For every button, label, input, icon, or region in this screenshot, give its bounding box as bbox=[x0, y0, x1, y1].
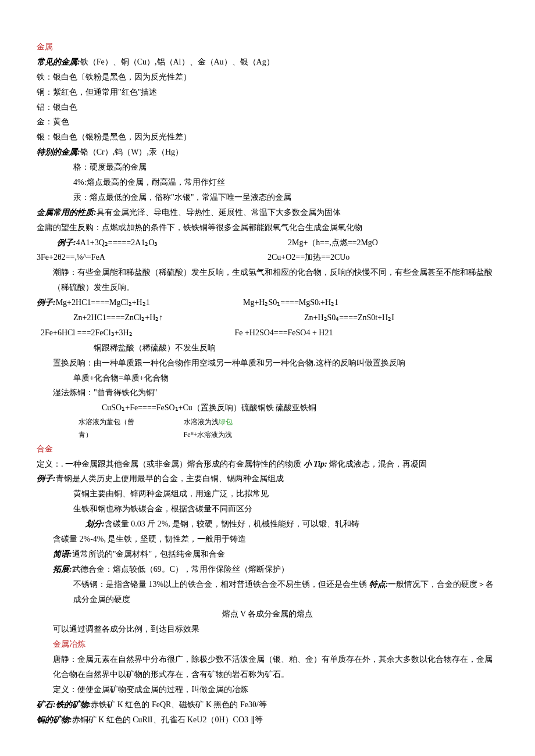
line-smelt-intro: 唐静：金属元素在自然界中分布很广，除极少数不活泼金属（银、粕、金）有单质存在外，… bbox=[37, 652, 498, 682]
line-stainless: 不锈钢：是指含铬量 13%以上的铁合金，相对普通铁合金不易生锈，但还是会生锈 特… bbox=[37, 577, 498, 607]
line-copper-ore: 锔的矿物:赤铜矿 K 红色的 CuRlI、孔雀石 KeU2（0H）CO3 ∥等 bbox=[37, 712, 498, 728]
eq-al-o2: 4A1+3Q₂=====2A1₂O₃ bbox=[76, 238, 158, 247]
line-common-metals: 常见的金属:铁（Fe）、铜（Cu）,铝（Al）、金（Au）、银（Ag） bbox=[37, 55, 498, 70]
label-copper-ore: 锔的矿物: bbox=[37, 715, 72, 724]
label-properties: 金属常用的性质: bbox=[37, 208, 97, 217]
row-equation-5: 2Fe+6HCl ===2FeCl₃+3H₂ Fe +H2SO4===FeSO4… bbox=[37, 325, 498, 341]
line-silver: 银：银白色（银粉是黑色，因为反光性差） bbox=[37, 130, 498, 145]
text-brief: 通常所说的"金属材料"，包括纯金属和合金 bbox=[72, 550, 225, 558]
label-tip: 小 Tip: bbox=[304, 460, 327, 468]
line-divide: 划分:含碳量 0.03 斤 2%, 是钢，较硬，韧性好，机械性能好，可以锻、轧和… bbox=[37, 517, 498, 532]
row-equation-4: Zn+2HC1====ZnCl₂+H₂↑ Zn+H₂S0₄====ZnS0t+H… bbox=[37, 310, 498, 325]
line-alloy-def: 定义：. 一种金属跟其他金属（或非金属）熔合形成的有金属特性的的物质 小 Tip… bbox=[37, 457, 498, 472]
line-gold: 金：黄色 bbox=[37, 114, 498, 130]
line-displacement-eq: 单质+化合物=单质+化合物 bbox=[37, 371, 498, 386]
line-wet-eq: CuSO₁+Fe====FeSO₁+Cu（置换反响）硫酸铜铁 硫酸亚铁铜 bbox=[37, 400, 498, 415]
eq-mg-hcl: Mg+2HC1====MgCl₂+H₂1 bbox=[56, 298, 150, 307]
line-special-metals: 特别的金属:铬（Cr）,钨（W）,汞（Hg） bbox=[37, 145, 498, 160]
section-title-alloy: 合金 bbox=[37, 442, 498, 457]
text-expand: 武德合金：熔点较低（69。C），常用作保险丝（熔断保护） bbox=[72, 565, 289, 574]
line-pig-iron: 含碳量 2%-4%, 是生铁，坚硬，韧性差，一般用于铸造 bbox=[37, 532, 498, 547]
line-iron: 铁：银白色〔铁粉是黑色，因为反光性差） bbox=[37, 70, 498, 85]
line-brass: 黄铜主要由铜、锌两种金属组成，用途广泛，比拟常见 bbox=[37, 486, 498, 501]
line-alloy-example: 例子:青钢是人类历史上使用最早的合金，主要白铜、锡两种金属组成 bbox=[37, 471, 498, 486]
text-common: 铁（Fe）、铜（Cu）,铝（Al）、金（Au）、银（Ag） bbox=[80, 58, 274, 66]
line-acid-desc: 潮静：有些金属能和稀盐酸（稀硫酸）发生反响，生成氢气和相应的化合物，反响的快慢不… bbox=[37, 265, 498, 295]
label-example-2: 例子: bbox=[37, 298, 56, 307]
text-iron-ore: 赤铁矿 K 红色的 FeQR、磁铁矿 K 黑色的 Fe3θ/等 bbox=[91, 700, 266, 709]
text-copper-ore: 赤铜矿 K 红色的 CuRlI、孔雀石 KeU2（0H）CO3 ∥等 bbox=[72, 715, 263, 724]
eq-fe-hcl: 2Fe+6HCl ===2FeCl₃+3H₂ bbox=[37, 325, 234, 341]
text-special: 铬（Cr）,钨（W）,汞（Hg） bbox=[80, 148, 183, 156]
line-expand: 拓展:武德合金：熔点较低（69。C），常用作保险丝（熔断保护） bbox=[37, 562, 498, 577]
line-wet-smelt: 湿法炼铜："曾青得铁化为铜" bbox=[37, 385, 498, 400]
line-adjust: 可以通过调整各成分比例，到达目标效果 bbox=[37, 622, 498, 637]
line-chromium: 格：硬度最高的金属 bbox=[37, 160, 498, 175]
line-mercury: 汞：熔点最低的金属，俗称"水银"，常温下唯一呈液态的金属 bbox=[37, 190, 498, 205]
label-special: 特别的金属: bbox=[37, 148, 80, 156]
label-feature: 特点: bbox=[369, 580, 388, 589]
row-equation-2: 3Fe+2θ2==,⅛^=FeA 2Cu+O2==加热==2CUo bbox=[37, 250, 498, 265]
line-copper: 铜：紫红色，但通常用"红色"描述 bbox=[37, 85, 498, 100]
wet-col2-green: 绿包 bbox=[219, 418, 233, 426]
text-alloy-def: 定义：. 一种金属跟其他金属（或非金属）熔合形成的有金属特性的的物质 bbox=[37, 460, 304, 468]
eq-zn-h2so4: Zn+H₂S0₄====ZnS0t+H₂I bbox=[304, 310, 498, 325]
text-divide: 含碳量 0.03 斤 2%, 是钢，较硬，韧性好，机械性能好，可以锻、轧和铸 bbox=[105, 519, 360, 528]
line-iron-ore: 矿石:铁的矿物:赤铁矿 K 红色的 FeQR、磁铁矿 K 黑色的 Fe3θ/等 bbox=[37, 697, 498, 712]
line-combustion: 金庸的望生反购：点燃或加热的条件下，铁铁铜等很多金属都能跟氧气化合生成金属氧化物 bbox=[37, 220, 498, 235]
text-stainless: 不锈钢：是指含铬量 13%以上的铁合金，相对普通铁合金不易生锈，但还是会生锈 bbox=[73, 580, 369, 589]
text-tip: 熔化成液态，混合，再凝固 bbox=[327, 460, 427, 468]
label-expand: 拓展: bbox=[53, 565, 72, 574]
wet-col1-a: 水溶液为蓳包（曾 bbox=[79, 415, 184, 428]
eq-mg-o2: 2Mg+（h==,点燃==2MgO bbox=[288, 235, 498, 250]
eq-zn-hcl: Zn+2HC1====ZnCl₂+H₂↑ bbox=[37, 310, 304, 325]
label-example-3: 例子: bbox=[37, 474, 56, 483]
section-title-smelting: 金属冶炼 bbox=[37, 637, 498, 652]
section-title-metals: 金属 bbox=[37, 40, 498, 55]
row-wet-colors: 水溶液为蓳包（曾 青） 水溶液为浅绿包 Fe⁸+水溶液为浅 bbox=[37, 415, 498, 441]
label-iron-ore: 矿石:铁的矿物: bbox=[37, 700, 91, 709]
line-aluminum: 铝：银白色 bbox=[37, 100, 498, 115]
line-brief: 简语:通常所说的"金属材料"，包括纯金属和合金 bbox=[37, 547, 498, 562]
eq-cu-o2: 2Cu+O2==加热==2CUo bbox=[268, 250, 498, 265]
line-cu-no-react: 铜跟稀盐酸（稀硫酸）不发生反响 bbox=[37, 341, 498, 356]
line-smelt-def: 定义：使使金属矿物变成金属的过程，叫做金属的冶炼 bbox=[37, 682, 498, 697]
label-brief: 简语: bbox=[53, 550, 72, 558]
wet-col2-pre: 水溶液为浅 bbox=[184, 418, 219, 426]
wet-col1-b: 青） bbox=[79, 428, 184, 441]
label-common: 常见的金属: bbox=[37, 58, 80, 66]
text-bronze: 青钢是人类历史上使用最早的合金，主要白铜、锡两种金属组成 bbox=[56, 474, 284, 483]
label-example-1: 例子: bbox=[57, 238, 76, 247]
eq-mg-h2so4: Mg+H₂S0₁====MgS0ᵢ+H₂1 bbox=[243, 295, 498, 310]
wet-col3: Fe⁸+水溶液为浅 bbox=[184, 428, 341, 441]
line-properties: 金属常用的性质:具有金属光泽、导电性、导热性、延展性、常温下大多数金属为固体 bbox=[37, 205, 498, 220]
row-equation-3: 例子:Mg+2HC1====MgCl₂+H₂1 Mg+H₂S0₁====MgS0… bbox=[37, 295, 498, 310]
line-melting-point: 熔点 V 各成分金属的熔点 bbox=[37, 607, 498, 622]
line-iron-steel: 生铁和钢也称为铁碳合金，根据含碳量不同而区分 bbox=[37, 501, 498, 517]
eq-fe-o2: 3Fe+2θ2==,⅛^=FeA bbox=[37, 250, 268, 265]
line-tungsten: 4%:熔点最高的金属，耐高温，常用作灯丝 bbox=[37, 175, 498, 190]
line-displacement-def: 置换反响：由一种单质跟一种化合物作用空域另一种单质和另一种化合物.这样的反响叫做… bbox=[37, 356, 498, 371]
row-equation-1: 例子:4A1+3Q₂=====2A1₂O₃ 2Mg+（h==,点燃==2MgO bbox=[37, 235, 498, 250]
text-properties: 具有金属光泽、导电性、导热性、延展性、常温下大多数金属为固体 bbox=[97, 208, 341, 217]
eq-fe-h2so4: Fe +H2SO4===FeSO4 + H21 bbox=[234, 325, 498, 341]
label-divide: 划分: bbox=[85, 519, 105, 528]
